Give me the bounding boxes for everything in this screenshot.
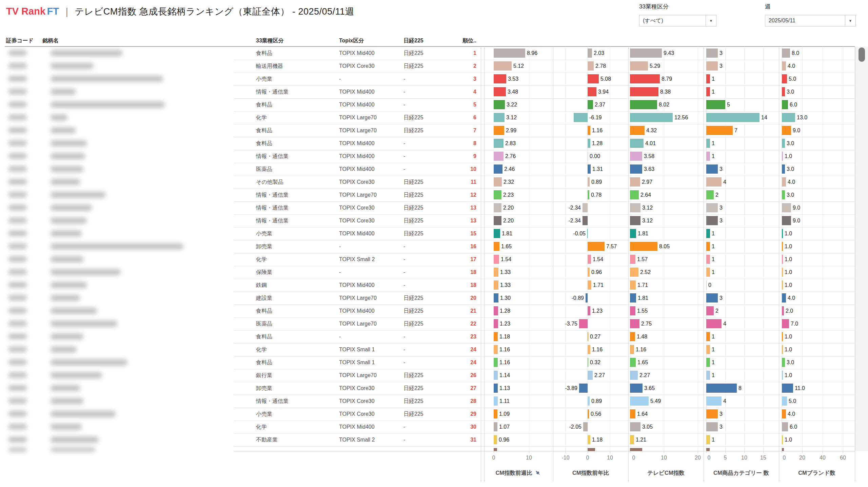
bar-idx[interactable]: [630, 74, 660, 83]
bar-wow[interactable]: [494, 409, 497, 418]
bar-brand[interactable]: [782, 177, 786, 187]
bar-cat[interactable]: [706, 87, 710, 96]
axis-title-wow[interactable]: CM指数前週比: [484, 468, 553, 478]
bar-yoy[interactable]: [588, 332, 588, 341]
bar-wow[interactable]: [494, 242, 499, 251]
pin-icon[interactable]: [534, 469, 542, 477]
bar-brand[interactable]: [782, 319, 789, 328]
bar-cat[interactable]: [706, 164, 718, 174]
bar-cat[interactable]: [706, 422, 718, 431]
bar-cat[interactable]: [706, 371, 710, 380]
axis-title-brand[interactable]: CMブランド数: [779, 468, 855, 478]
bar-wow[interactable]: [494, 306, 498, 315]
bar-wow[interactable]: [494, 113, 505, 122]
bar-idx[interactable]: [630, 216, 640, 225]
bar-idx[interactable]: [630, 422, 640, 431]
bar-yoy[interactable]: [588, 61, 594, 71]
bar-idx[interactable]: [630, 319, 639, 328]
bar-wow[interactable]: [494, 164, 502, 174]
bar-brand[interactable]: [782, 358, 785, 367]
bar-idx[interactable]: [630, 371, 638, 380]
bar-idx[interactable]: [630, 164, 642, 174]
bar-cat[interactable]: [706, 268, 710, 277]
bar-yoy[interactable]: [588, 371, 593, 380]
bar-yoy[interactable]: [588, 139, 590, 148]
bar-idx[interactable]: [630, 126, 645, 135]
bar-idx[interactable]: [630, 152, 642, 161]
bar-yoy[interactable]: [579, 319, 588, 328]
bar-wow[interactable]: [494, 216, 501, 225]
bar-wow[interactable]: [494, 345, 498, 354]
bar-cat[interactable]: [706, 177, 722, 187]
bar-yoy[interactable]: [588, 268, 590, 277]
bar-cat[interactable]: [706, 216, 718, 225]
bar-cat[interactable]: [706, 74, 710, 83]
bar-brand[interactable]: [782, 293, 786, 303]
bar-idx[interactable]: [630, 358, 636, 367]
bar-brand[interactable]: [782, 152, 783, 161]
bar-brand[interactable]: [782, 345, 783, 354]
bar-yoy[interactable]: [588, 435, 590, 444]
bar-wow[interactable]: [494, 87, 506, 96]
bar-idx[interactable]: [630, 306, 635, 315]
axis-title-yoy[interactable]: CM指数前年比: [553, 468, 628, 478]
bar-idx[interactable]: [630, 268, 638, 277]
bar-wow[interactable]: [494, 319, 498, 328]
bar-cat[interactable]: [706, 293, 718, 303]
axis-title-idx[interactable]: テレビCM指数: [628, 468, 704, 478]
bar-wow[interactable]: [494, 229, 500, 238]
bar-wow[interactable]: [494, 371, 498, 380]
bar-wow[interactable]: [494, 48, 525, 58]
bar-yoy[interactable]: [588, 409, 589, 418]
bar-cat[interactable]: [706, 409, 718, 418]
bar-wow[interactable]: [494, 396, 498, 406]
bar-cat[interactable]: [706, 396, 722, 406]
bar-brand[interactable]: [782, 48, 790, 58]
bar-brand[interactable]: [782, 422, 788, 431]
bar-cat[interactable]: [706, 345, 710, 354]
bar-yoy[interactable]: [583, 422, 588, 431]
bar-cat[interactable]: [706, 113, 760, 122]
bar-partial[interactable]: [782, 448, 784, 451]
vertical-scrollbar[interactable]: [855, 47, 868, 451]
bar-yoy[interactable]: [588, 242, 605, 251]
bar-brand[interactable]: [782, 126, 791, 135]
bar-wow[interactable]: [494, 61, 512, 71]
bar-cat[interactable]: [706, 384, 737, 393]
bar-brand[interactable]: [782, 384, 793, 393]
bar-idx[interactable]: [630, 255, 635, 264]
bar-brand[interactable]: [782, 216, 791, 225]
bar-yoy[interactable]: [574, 113, 588, 122]
bar-yoy[interactable]: [588, 280, 591, 290]
bar-brand[interactable]: [782, 203, 791, 212]
bar-yoy[interactable]: [588, 396, 590, 406]
bar-yoy[interactable]: [588, 164, 591, 174]
bar-yoy[interactable]: [588, 177, 590, 187]
bar-idx[interactable]: [630, 332, 635, 341]
bar-cat[interactable]: [706, 358, 710, 367]
bar-wow[interactable]: [494, 139, 504, 148]
bar-wow[interactable]: [494, 126, 504, 135]
bar-brand[interactable]: [782, 255, 783, 264]
bar-yoy[interactable]: [588, 255, 591, 264]
bar-cat[interactable]: [706, 319, 722, 328]
bar-brand[interactable]: [782, 396, 787, 406]
bar-yoy[interactable]: [588, 48, 592, 58]
bar-yoy[interactable]: [587, 229, 588, 238]
bar-brand[interactable]: [782, 164, 785, 174]
bar-idx[interactable]: [630, 177, 640, 187]
bar-partial[interactable]: [588, 448, 595, 451]
bar-yoy[interactable]: [588, 345, 590, 354]
bar-cat[interactable]: [706, 306, 714, 315]
bar-wow[interactable]: [494, 422, 497, 431]
bar-idx[interactable]: [630, 100, 657, 109]
bar-wow[interactable]: [494, 268, 498, 277]
bar-partial[interactable]: [706, 448, 710, 451]
bar-wow[interactable]: [494, 177, 502, 187]
bar-brand[interactable]: [782, 435, 783, 444]
bar-cat[interactable]: [706, 435, 710, 444]
bar-idx[interactable]: [630, 396, 649, 406]
bar-partial[interactable]: [494, 448, 497, 451]
bar-brand[interactable]: [782, 280, 783, 290]
bar-brand[interactable]: [782, 332, 783, 341]
